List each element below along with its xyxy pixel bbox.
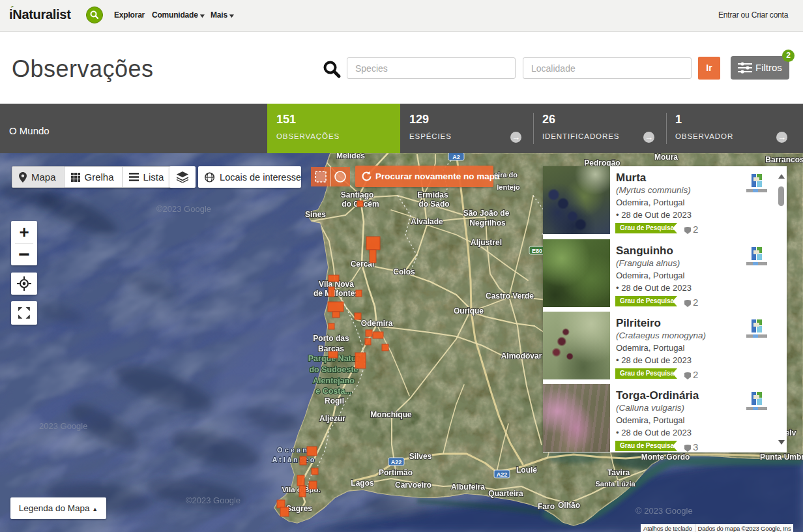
svg-text:O c e a n: O c e a n [277,446,307,454]
svg-text:2023 Google: 2023 Google [39,421,87,431]
svg-text:Punta Umbr: Punta Umbr [760,452,803,462]
svg-text:Sines: Sines [305,210,326,219]
svg-text:Sagres: Sagres [286,504,312,513]
svg-text:Ourique: Ourique [454,306,484,316]
svg-text:Olhão: Olhão [558,501,580,510]
svg-text:A2: A2 [452,154,460,160]
svg-text:Silves: Silves [409,452,432,461]
svg-text:© 2023 Google: © 2023 Google [635,506,693,516]
svg-text:Monchique: Monchique [370,410,412,419]
svg-text:Negrilhos: Negrilhos [469,218,506,228]
svg-text:E80: E80 [532,248,542,254]
svg-text:Ermidas: Ermidas [417,190,448,200]
svg-text:A22: A22 [391,459,402,466]
svg-text:Albufeira: Albufeira [451,482,485,492]
svg-text:Faro: Faro [538,502,555,511]
svg-text:Alentejano: Alentejano [313,376,355,385]
svg-text:Aljustrel: Aljustrel [471,238,502,247]
svg-text:elv: elv [785,428,796,437]
svg-text:Monte Gordo: Monte Gordo [641,452,690,462]
svg-text:Almodôvar: Almodôvar [501,351,542,361]
svg-text:Porto das: Porto das [313,334,349,343]
svg-text:Quarteira: Quarteira [488,489,523,498]
svg-text:Rogil: Rogil [325,396,344,406]
svg-text:Alvalade: Alvalade [411,217,443,226]
svg-text:São João de: São João de [463,209,510,218]
svg-text:Castro Verde: Castro Verde [486,291,534,301]
svg-text:Loulé: Loulé [516,466,537,475]
svg-text:de M lfontes: de M lfontes [314,289,359,298]
svg-text:Lagos: Lagos [351,479,374,488]
svg-text:lentejo: lentejo [497,183,520,191]
svg-text:A t l â n t c o: A t l â n t c o [272,456,315,464]
svg-text:do Sado: do Sado [418,200,449,209]
svg-text:©2023 Google: ©2023 Google [186,495,241,505]
svg-text:do Sudoeste: do Sudoeste [309,365,358,374]
svg-text:Tavira: Tavira [607,468,630,477]
svg-text:Portimão: Portimão [379,468,413,477]
svg-text:Moura: Moura [654,153,678,162]
svg-text:A22: A22 [497,471,508,478]
svg-text:Melides: Melides [336,153,365,160]
svg-text:Santiago: Santiago [341,190,374,200]
svg-text:e Costa...: e Costa... [315,387,352,396]
svg-text:Barrancos: Barrancos [765,155,803,164]
svg-text:Colos: Colos [393,267,415,276]
svg-text:Carvoeiro: Carvoeiro [395,480,431,490]
svg-text:Odemira: Odemira [361,319,393,328]
svg-text:©2023 Google: ©2023 Google [156,204,211,214]
svg-text:Santa Lúzia: Santa Lúzia [595,480,635,488]
svg-text:Aljezur: Aljezur [319,414,345,423]
